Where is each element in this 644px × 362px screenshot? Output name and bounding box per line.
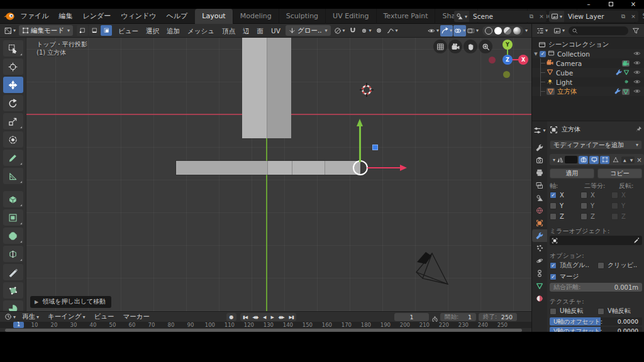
frame-ruler[interactable]: 1102030405060708090100110120130140150160… bbox=[0, 322, 531, 328]
viewport-menu-4[interactable]: 頂点 bbox=[218, 24, 239, 38]
jump-end-button[interactable]: ▶▮ bbox=[287, 315, 296, 320]
close-button[interactable]: × bbox=[628, 0, 638, 8]
viewport-menu-2[interactable]: 追加 bbox=[163, 24, 184, 38]
topbar-menu-0[interactable]: ファイル bbox=[15, 9, 53, 23]
tool-transform[interactable] bbox=[3, 131, 23, 148]
topbar-menu-4[interactable]: ヘルプ bbox=[162, 9, 193, 23]
axis-x-checkbox[interactable]: ✓X bbox=[550, 192, 580, 199]
camera-data-icon[interactable] bbox=[622, 60, 630, 67]
scene-name[interactable]: Scene bbox=[469, 13, 526, 20]
vertex-groups-checkbox[interactable]: ✓頂点グル.. bbox=[550, 261, 597, 270]
viewport-3d[interactable]: トップ・平行投影 (1) 立方体 YZX▶▶領域を押し出して移動 bbox=[0, 38, 531, 311]
tool-spin[interactable] bbox=[3, 300, 23, 311]
workspace-tab-modeling[interactable]: Modeling bbox=[233, 9, 279, 24]
bisect-z-checkbox[interactable]: Z bbox=[580, 213, 611, 220]
shading-wireframe-button[interactable] bbox=[485, 27, 492, 35]
properties-tab-material[interactable] bbox=[532, 292, 547, 305]
delete-modifier-icon[interactable]: × bbox=[636, 156, 641, 163]
properties-tab-world[interactable] bbox=[532, 204, 547, 217]
outliner-item-light[interactable]: Light bbox=[532, 77, 644, 87]
modifier-reorder-buttons[interactable]: ▲▼ bbox=[621, 156, 635, 163]
cube-face-left[interactable] bbox=[242, 38, 267, 138]
hide-eye-icon[interactable] bbox=[633, 69, 641, 77]
viewport-menu-7[interactable]: UV bbox=[267, 24, 284, 38]
clipping-checkbox[interactable]: クリッピ.. bbox=[597, 261, 637, 270]
bisect-x-checkbox[interactable]: X bbox=[580, 192, 611, 199]
show-gizmo-button[interactable]: ▾ bbox=[440, 25, 453, 36]
outliner-editor-type-icon[interactable]: ▾ bbox=[535, 25, 550, 36]
nav-gizmo-x-ball[interactable]: X bbox=[518, 55, 528, 65]
workspace-tab-uv-editing[interactable]: UV Editing bbox=[326, 9, 376, 24]
properties-tab-tool[interactable] bbox=[532, 141, 547, 154]
offset-v-slider[interactable]: V軸のオフセット:0.0000 bbox=[550, 327, 642, 332]
view-layer-browse-icon[interactable]: ▾ bbox=[549, 11, 564, 22]
tool-loop-cut[interactable] bbox=[3, 246, 23, 262]
maximize-button[interactable] bbox=[606, 0, 616, 8]
copy-button[interactable]: コピー bbox=[597, 168, 642, 178]
merge-checkbox[interactable]: ✓マージ bbox=[550, 272, 579, 281]
bar-segment-0[interactable] bbox=[176, 161, 267, 175]
outliner-display-mode-icon[interactable]: ▾ bbox=[552, 25, 567, 36]
operator-hint[interactable]: ▶領域を押し出して移動 bbox=[30, 296, 111, 308]
display-cage-toggle[interactable] bbox=[611, 156, 620, 164]
viewport-editor-type-icon[interactable]: ▾ bbox=[3, 25, 18, 36]
tool-move[interactable] bbox=[3, 77, 23, 93]
snap-toggle[interactable] bbox=[347, 25, 358, 36]
tool-cursor[interactable] bbox=[3, 58, 23, 75]
shading-solid-button[interactable] bbox=[494, 27, 502, 35]
gizmo-z-plane-handle[interactable] bbox=[372, 145, 378, 150]
toggle-xray-button[interactable]: ▾ bbox=[467, 25, 479, 36]
viewport-menu-1[interactable]: 選択 bbox=[142, 24, 163, 38]
modifier-wrench-icon[interactable] bbox=[614, 88, 621, 96]
outliner-item-collection[interactable]: ▼✓Collection bbox=[532, 49, 644, 58]
edge-select-button[interactable] bbox=[89, 25, 100, 36]
scene-browse-icon[interactable]: ▾ bbox=[454, 11, 469, 22]
tool-rotate[interactable] bbox=[3, 95, 23, 111]
flip-z-checkbox[interactable]: Z bbox=[611, 213, 642, 220]
pin-icon[interactable] bbox=[635, 126, 642, 134]
object-visibility-button[interactable]: ▾ bbox=[427, 25, 440, 36]
move-up-icon[interactable]: ▲ bbox=[621, 156, 628, 163]
outliner-item-立方体[interactable]: 立方体 bbox=[532, 87, 644, 96]
filter-icon[interactable] bbox=[630, 25, 641, 36]
tool-bevel[interactable] bbox=[3, 228, 23, 244]
modifier-wrench-icon[interactable] bbox=[616, 69, 622, 77]
tool-annotate[interactable] bbox=[3, 150, 23, 166]
nav-gizmo-z-ball[interactable]: Z bbox=[502, 55, 513, 65]
frame-end-field[interactable]: 終了:250 bbox=[479, 313, 517, 321]
timeline-menu-2[interactable]: ビュー bbox=[90, 312, 119, 321]
properties-tab-object[interactable] bbox=[532, 217, 547, 229]
properties-tab-physics[interactable] bbox=[532, 255, 547, 267]
workspace-tab-layout[interactable]: Layout bbox=[195, 9, 233, 24]
camera-view-icon[interactable] bbox=[448, 40, 462, 53]
current-frame-field[interactable]: 1 bbox=[394, 313, 429, 321]
offset-u-slider[interactable]: U軸のオフセット:0.0000 bbox=[550, 317, 642, 326]
camera-wireframe[interactable] bbox=[409, 248, 453, 289]
properties-tab-scene[interactable] bbox=[532, 192, 547, 204]
proportional-editing-toggle[interactable] bbox=[374, 25, 385, 36]
workspace-tab-sculpting[interactable]: Sculpting bbox=[279, 9, 326, 24]
hide-eye-icon[interactable] bbox=[633, 87, 641, 96]
outliner-root-row[interactable]: シーンコレクション bbox=[532, 40, 644, 49]
bar-segment-2[interactable] bbox=[292, 161, 325, 175]
show-overlays-button[interactable]: ▾ bbox=[453, 25, 466, 36]
light-data-icon[interactable] bbox=[623, 79, 630, 86]
axis-z-checkbox[interactable]: Z bbox=[550, 213, 580, 220]
viewport-menu-3[interactable]: メッシュ bbox=[184, 24, 218, 38]
topbar-menu-2[interactable]: レンダー bbox=[77, 9, 116, 23]
auto-keying-record-icon[interactable]: ● bbox=[226, 313, 236, 321]
pan-view-icon[interactable] bbox=[464, 40, 477, 53]
view-layer-name[interactable]: View Layer bbox=[564, 13, 618, 20]
grid-view-icon[interactable] bbox=[433, 40, 447, 53]
tool-knife[interactable] bbox=[3, 264, 23, 280]
properties-tab-modifiers[interactable] bbox=[532, 229, 547, 242]
modifier-name-input[interactable] bbox=[565, 156, 577, 163]
disclosure-icon[interactable]: ▼ bbox=[532, 52, 540, 57]
properties-tab-object-data[interactable] bbox=[532, 280, 547, 292]
minimize-button[interactable]: – bbox=[584, 0, 594, 8]
merge-distance-field[interactable]: 結合距離:0.001m bbox=[550, 283, 642, 292]
mesh-data-icon[interactable] bbox=[622, 89, 630, 95]
shading-dropdown-icon[interactable]: ▾ bbox=[525, 28, 528, 33]
tool-tweak[interactable] bbox=[3, 40, 23, 57]
timeline-menu-3[interactable]: マーカー bbox=[119, 312, 155, 321]
